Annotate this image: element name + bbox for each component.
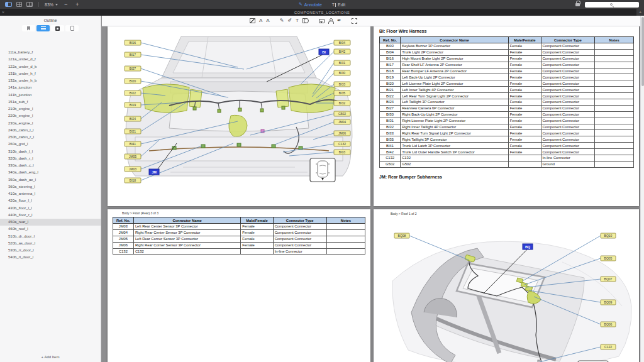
table-row: BI18Rear Bumper LF Antenna 2P ConnectorF… (380, 68, 634, 74)
text-style-icon[interactable]: A (259, 18, 262, 23)
connector-label-JM06: JM06 (338, 131, 346, 135)
list-icon (41, 26, 46, 30)
sidebar-item-320b_dash_r_l[interactable]: 320b_dash_r_l (0, 155, 101, 162)
new-tab-button[interactable]: + (636, 9, 644, 16)
selection-tool-icon[interactable] (352, 18, 357, 24)
tab-components-locations[interactable]: COMPONENTS_LOCATIONS (294, 11, 350, 14)
pencil-tool-icon[interactable]: ✎ (280, 18, 284, 23)
connector-label-BI04: BI04 (339, 41, 346, 45)
tabbar: × COMPONENTS_LOCATIONS + (0, 9, 644, 16)
sidebar-item-151a_sub_f[interactable]: 151a_sub_f (0, 99, 101, 106)
sidebar-item-520b_as_door_l[interactable]: 520b_as_door_l (0, 240, 101, 247)
zoom-level-dropdown[interactable]: 83% (45, 2, 58, 7)
media-tool-icon[interactable] (250, 18, 255, 23)
sidebar-item-132a_under_h_b[interactable]: 132a_under_h_b (0, 77, 101, 84)
sidebar-item-530b_rr_door_l[interactable]: 530b_rr_door_l (0, 247, 101, 254)
search-input[interactable] (585, 2, 639, 8)
table-row: JM03Left Rear Center Sensor 3P Connector… (113, 224, 365, 230)
scrollbar-thumb[interactable] (641, 17, 644, 86)
main-area: A A ✎ ✐ T ✒ (102, 16, 644, 362)
grid-view-icon[interactable] (16, 2, 22, 7)
zoom-out-button[interactable]: − (62, 1, 69, 8)
sidebar-item-460b_roof_l[interactable]: 460b_roof_l (0, 226, 101, 233)
sidebar-item-122a_under_d_b[interactable]: 122a_under_d_b (0, 63, 101, 70)
pen-tool-icon[interactable]: ✒ (337, 18, 341, 23)
text-tool-icon[interactable]: T (296, 18, 299, 23)
connector-label-BI17: BI17 (130, 53, 136, 57)
connector-table: Ref. No.Connector NameMale/FemaleConnect… (113, 217, 365, 255)
sidebar-item-310b_dash_l_l[interactable]: 310b_dash_l_l (0, 148, 101, 155)
thumbnails-view-icon[interactable] (26, 2, 33, 7)
column-header: Connector Type (541, 37, 595, 43)
sidebar-item-510b_dr_door_l[interactable]: 510b_dr_door_l (0, 233, 101, 240)
highlighter-tool-icon[interactable]: ✐ (287, 18, 292, 23)
sidebar-item-220b_engine_l[interactable]: 220b_engine_l (0, 112, 101, 119)
connector-label-G502: G502 (338, 112, 346, 116)
sidebar-item-410a_antenna_l[interactable]: 410a_antenna_l (0, 190, 101, 197)
edit-mode-button[interactable]: T Edit (332, 3, 345, 7)
column-header: Male/Female (508, 37, 541, 43)
table-row: BI42Trunk Lid Outer Handle Switch 3P Con… (380, 149, 634, 155)
connector-label-BI16: BI16 (130, 41, 136, 45)
table-row: BI41Trunk Lid Latch 3P ConnectorFemaleCo… (380, 143, 634, 149)
vertical-scrollbar[interactable] (640, 16, 644, 362)
add-item-button[interactable]: + Add Item (0, 355, 101, 359)
table-row: BI30Right Back-Up Light 2P ConnectorFema… (380, 111, 634, 118)
connector-label-BQ10: BQ10 (604, 234, 613, 238)
sidebar-item-141a_junction[interactable]: 141a_junction (0, 84, 101, 91)
sidebar-item-440b_floor_r_l[interactable]: 440b_floor_r_l (0, 212, 101, 219)
table-row: BI31Right License Plate Light 2P Connect… (380, 118, 634, 124)
sidebar-item-420a_floor_l_l[interactable]: 420a_floor_l_l (0, 197, 101, 204)
sidebar-view-switcher (0, 25, 101, 31)
roof-caption: Body > Roof 1 of 2 (391, 212, 417, 216)
sidebar-item-540b_rl_door_l[interactable]: 540b_rl_door_l (0, 254, 101, 261)
toggle-sidebar-icon[interactable] (5, 2, 12, 7)
sidebar-item-131b_under_h_f[interactable]: 131b_under_h_f (0, 70, 101, 77)
annotate-mode-button[interactable]: ✎ Annotate (299, 2, 322, 7)
note-tool-icon[interactable] (319, 19, 325, 23)
annotations-tab[interactable] (51, 25, 64, 31)
zoom-in-button[interactable]: + (74, 1, 80, 8)
column-header: Male/Female (241, 217, 273, 224)
sidebar-item-360a_steering_l[interactable]: 360a_steering_l (0, 184, 101, 190)
outline-sidebar: Outline 111a_battery_f121a_under_d_f122a… (0, 16, 101, 362)
roof-harness-diagram: BQ08BQ10BQ05BQ07BQ09BQ06C122BQ (374, 218, 639, 362)
close-tab-icon[interactable]: × (2, 9, 4, 16)
sidebar-item-250b_cabin_r_l[interactable]: 250b_cabin_r_l (0, 134, 101, 141)
sidebar-item-141b_junction[interactable]: 141b_junction (0, 92, 101, 99)
lock-icon[interactable] (575, 3, 580, 6)
shapes-tool-icon[interactable] (303, 18, 309, 23)
connector-label-BQ06: BQ06 (604, 322, 613, 326)
bookmarks-tab[interactable] (22, 25, 35, 31)
table-row: JM06Right Rear Corner Sensor 3P Connecto… (113, 242, 365, 248)
table-row: BI33Right Rear Turn Signal Light 2P Conn… (380, 130, 634, 136)
sidebar-item-210b_engine_l[interactable]: 210b_engine_l (0, 106, 101, 112)
text-edit-icon: T (332, 3, 336, 7)
connector-label-C132: C132 (338, 142, 346, 146)
sidebar-item-450a_rear_l[interactable]: 450a_rear_l (0, 219, 101, 226)
sidebar-item-260a_gnd_l[interactable]: 260a_gnd_l (0, 141, 101, 148)
outline-tab[interactable] (36, 25, 50, 31)
document-canvas: BI16BI17BI27BI20BI22BI19BI24BI21BI41JM05… (102, 26, 644, 362)
table-row: C132C132In-line Connector (380, 155, 634, 162)
font-tool-icon[interactable]: A (266, 18, 269, 23)
sidebar-item-230a_engine_l[interactable]: 230a_engine_l (0, 120, 101, 127)
connector-label-BI19: BI19 (130, 103, 136, 107)
pages-tab[interactable] (65, 25, 79, 31)
bookmark-icon (27, 26, 30, 31)
sidebar-item-121a_under_d_f[interactable]: 121a_under_d_f (0, 56, 101, 63)
connector-label-BI32: BI32 (339, 101, 346, 105)
sidebar-item-240b_cabin_l_l[interactable]: 240b_cabin_l_l (0, 127, 101, 134)
connector-table: Ref. No.Connector NameMale/FemaleConnect… (379, 36, 634, 168)
sidebar-item-430b_floor_l_l[interactable]: 430b_floor_l_l (0, 205, 101, 212)
table-row: JM05Left Rear Corner Sensor 3P Connector… (113, 236, 365, 242)
sidebar-item-340a_dash_eng_l[interactable]: 340a_dash_eng_l (0, 169, 101, 176)
connector-label-BI41: BI41 (130, 142, 136, 146)
sidebar-item-111a_battery_f[interactable]: 111a_battery_f (0, 49, 101, 56)
connector-label-BQ08: BQ08 (398, 234, 406, 238)
sidebar-item-350a_dash_ac_l[interactable]: 350a_dash_ac_l (0, 177, 101, 184)
connector-label-BI30: BI30 (339, 71, 346, 75)
sidebar-item-330a_dash_c_l[interactable]: 330a_dash_c_l (0, 162, 101, 169)
signature-tool-icon[interactable] (328, 18, 333, 23)
page-roof-diagram: Body > Roof 1 of 2 (374, 209, 639, 362)
